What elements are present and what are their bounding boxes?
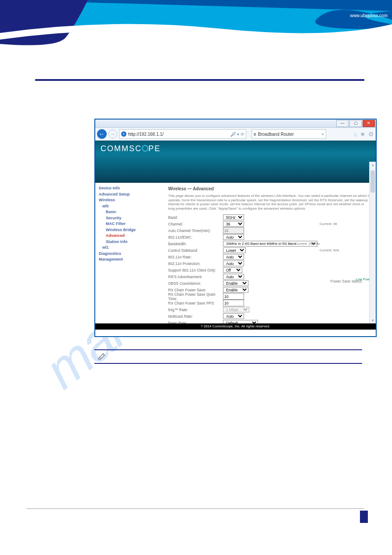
label-ewc: 802.11n/EWC: — [168, 235, 223, 239]
label-mcast: Multicast Rate: — [168, 314, 223, 319]
nav-wl0[interactable]: wl0 — [99, 203, 160, 210]
commscope-logo: COMMSCPE — [101, 144, 161, 153]
label-rx-ps-pps: RX Chain Power Save PPS: — [168, 301, 223, 305]
nav-wireless-bridge[interactable]: Wireless Bridge — [99, 227, 160, 233]
nav-wireless[interactable]: Wireless — [99, 197, 160, 203]
label-rifs: RIFS Advertisement: — [168, 275, 223, 279]
label-prot-n: 802.11n Protection: — [168, 261, 223, 266]
scroll-thumb[interactable] — [370, 170, 375, 192]
nav-security[interactable]: Security — [99, 215, 160, 221]
browser-tab-title: Broadband Router — [258, 132, 294, 137]
label-channel: Channel: — [168, 222, 223, 226]
band-select[interactable]: 5GHz — [223, 214, 244, 220]
label-rx-ps: RX Chain Power Save: — [168, 288, 223, 292]
browser-addressbar: ← → e http://192.168.1.1/ 🔎 ▾ ⟳ e Broadb… — [95, 128, 376, 141]
rx-ps-select[interactable]: Enable — [223, 287, 248, 293]
browser-forward-button[interactable]: → — [108, 130, 117, 138]
browser-url-input[interactable]: e http://192.168.1.1/ 🔎 ▾ ⟳ — [119, 129, 246, 139]
footer-rule — [26, 508, 364, 509]
current-bw: Current: 20MHz — [293, 242, 320, 246]
pencil-icon — [97, 351, 107, 361]
note-rule-bottom — [94, 363, 362, 364]
current-sb: Current: N/A — [293, 248, 339, 252]
rate-54g-select: 1 Mbps — [223, 307, 249, 312]
label-rate-54g: 54g™ Rate: — [168, 308, 223, 312]
window-close-button[interactable]: ✕ — [363, 120, 375, 127]
label-rate-n: 802.11n Rate: — [168, 255, 223, 259]
rifs-select[interactable]: Auto — [223, 274, 244, 279]
browser-tab[interactable]: e Broadband Router × — [252, 129, 326, 139]
ie-tab-icon: e — [254, 132, 256, 137]
rx-ps-pps-input[interactable] — [223, 300, 244, 306]
client-only-select[interactable]: Off — [223, 267, 242, 273]
prot-n-select[interactable]: Auto — [223, 261, 244, 266]
channel-select[interactable]: 36 — [223, 221, 244, 227]
page-number-box — [360, 511, 368, 523]
rx-ps-timer-input[interactable] — [223, 293, 244, 300]
label-band: Band: — [168, 215, 223, 220]
router-footer: ? 2014 CommScope, Inc. All rights reserv… — [95, 323, 376, 330]
browser-viewport: COMMSCPE Device Info Advanced Setup Wire… — [95, 141, 376, 330]
tools-icon[interactable]: ⚙ — [368, 131, 374, 138]
nav-advanced-current[interactable]: Advanced — [99, 233, 160, 239]
nav-basic[interactable]: Basic — [99, 209, 160, 215]
page-title: Wireless — Advanced — [168, 186, 371, 191]
obss-select[interactable]: Enable — [223, 280, 248, 286]
nav-diagnostics[interactable]: Diagnostics — [99, 251, 160, 257]
scroll-up-icon[interactable]: ▴ — [370, 162, 376, 168]
header-banner — [0, 0, 392, 57]
rate-n-select[interactable]: Auto — [223, 254, 244, 260]
browser-back-button[interactable]: ← — [97, 129, 107, 139]
nav-device-info[interactable]: Device Info — [99, 185, 160, 192]
site-url: www.ubiquoss.com — [350, 13, 388, 18]
tab-close-icon[interactable]: × — [321, 132, 324, 137]
nav-management[interactable]: Management — [99, 257, 160, 263]
label-auto-ch-timer: Auto Channel Timer(min): — [168, 229, 223, 233]
page-description: This page allows you to configure advanc… — [168, 194, 371, 210]
nav-advanced-setup[interactable]: Advanced Setup — [99, 192, 160, 198]
nav-station-info[interactable]: Station Info — [99, 239, 160, 245]
home-icon[interactable]: ⌂ — [354, 131, 357, 138]
browser-url-text: http://192.168.1.1/ — [128, 132, 164, 137]
screenshot-frame: — ▢ ✕ ← → e http://192.168.1.1/ 🔎 ▾ ⟳ e … — [94, 119, 377, 337]
mcast-select[interactable]: Auto — [223, 313, 244, 319]
nav-mac-filter[interactable]: MAC Filter — [99, 221, 160, 227]
window-maximize-button[interactable]: ▢ — [349, 120, 362, 127]
favorites-icon[interactable]: ★ — [360, 131, 366, 138]
window-titlebar: — ▢ ✕ — [95, 120, 376, 128]
label-rx-ps-timer: RX Chain Power Save Quiet Time: — [168, 292, 223, 301]
label-ctrl-sideband: Control Sideband: — [168, 248, 223, 253]
section-rule — [35, 79, 364, 81]
auto-ch-timer-input[interactable] — [223, 227, 244, 234]
router-main: Wireless — Advanced This page allows you… — [164, 183, 376, 330]
scrollbar[interactable]: ▴ ▾ — [369, 162, 376, 323]
ctrl-sideband-select[interactable]: Lower — [223, 247, 246, 253]
scroll-down-icon[interactable]: ▾ — [370, 317, 376, 323]
nav-wl1[interactable]: wl1 — [99, 245, 160, 251]
label-bandwidth: Bandwidth: — [168, 242, 223, 246]
browser-search-controls[interactable]: 🔎 ▾ ⟳ — [230, 132, 244, 137]
ie-icon: e — [121, 131, 126, 137]
current-channel: Current: 36 — [293, 222, 337, 226]
note-rule-top — [94, 349, 362, 350]
ewc-select[interactable]: Auto — [223, 234, 244, 240]
label-obss: OBSS Coexistence: — [168, 281, 223, 286]
window-minimize-button[interactable]: — — [336, 120, 349, 127]
router-nav: Device Info Advanced Setup Wireless wl0 … — [95, 183, 164, 330]
router-header: COMMSCPE — [95, 141, 376, 183]
label-client-only: Support 802.11n Client Only: — [168, 268, 223, 272]
